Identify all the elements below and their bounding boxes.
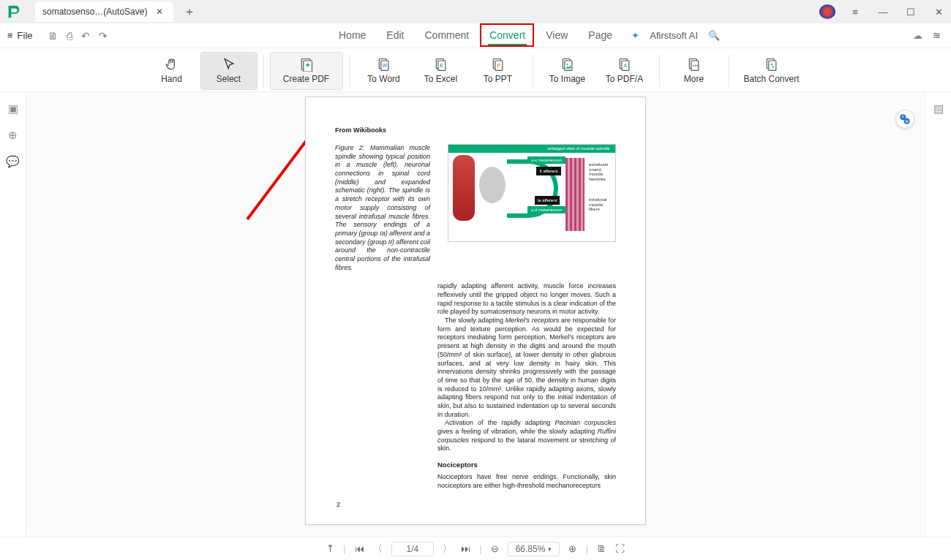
- heading-nociceptors: Nociceptors: [437, 461, 616, 469]
- panel-icon[interactable]: ▤: [933, 102, 944, 116]
- menu-home[interactable]: Home: [337, 26, 367, 45]
- app-logo: [6, 4, 22, 20]
- new-tab-button[interactable]: ＋: [184, 4, 195, 20]
- pdf-page: From Wikibooks Figure 2: Mammalian muscl…: [305, 97, 646, 525]
- word-badge-icon: PW: [899, 113, 911, 125]
- select-tool[interactable]: Select: [200, 52, 258, 90]
- to-excel-icon: E: [434, 57, 448, 72]
- batch-convert-icon: [764, 57, 779, 72]
- more-button[interactable]: More: [666, 52, 723, 90]
- separator: [349, 55, 350, 87]
- hamburger-icon: ≡: [7, 30, 13, 41]
- to-pdfa-icon: A: [617, 57, 632, 72]
- quick-access: 🗎 ⎙ ↶ ↷: [48, 30, 108, 42]
- separator: [263, 55, 264, 87]
- search-icon[interactable]: 🔍: [708, 30, 720, 41]
- comments-icon[interactable]: 💬: [6, 155, 20, 168]
- para3: Activation of the rapidly adapting Pacin…: [437, 419, 616, 453]
- hand-label: Hand: [161, 74, 182, 84]
- workspace: ▣ ⊕ 💬 From Wikibooks Figure 2: Mammalian…: [0, 92, 951, 537]
- prev-page-icon[interactable]: 〈: [373, 542, 383, 556]
- document-canvas[interactable]: From Wikibooks Figure 2: Mammalian muscl…: [26, 92, 925, 537]
- redo-icon[interactable]: ↷: [99, 30, 108, 42]
- save-icon[interactable]: 🗎: [48, 30, 58, 42]
- svg-point-21: [693, 65, 694, 67]
- maximize-icon[interactable]: ☐: [903, 7, 919, 18]
- svg-text:W: W: [382, 63, 387, 68]
- svg-text:P: P: [497, 63, 500, 68]
- thumbnails-icon[interactable]: ▣: [8, 102, 18, 116]
- zoom-in-icon[interactable]: ⊕: [568, 543, 576, 554]
- cursor-icon: [222, 57, 236, 72]
- svg-point-22: [694, 65, 696, 67]
- source-line: From Wikibooks: [335, 126, 616, 134]
- right-sidebar: ▤: [925, 92, 951, 537]
- menu-convert[interactable]: Convert: [488, 26, 527, 45]
- select-label: Select: [217, 74, 241, 84]
- body-text-2: Nociceptors have free nerve endings. Fun…: [437, 473, 616, 490]
- fit-page-icon[interactable]: 🗎: [597, 543, 606, 554]
- para2: The slowly adapting Merkel's receptors a…: [437, 317, 616, 419]
- bookmarks-icon[interactable]: ⊕: [8, 129, 18, 142]
- fit-width-icon[interactable]: ⛶: [615, 543, 625, 554]
- last-page-icon[interactable]: ⏭: [461, 543, 470, 554]
- para1: rapidly adapting afferent activity, musc…: [437, 282, 616, 317]
- more-label: More: [684, 74, 704, 84]
- file-label: File: [18, 30, 33, 41]
- to-excel-button[interactable]: E To Excel: [413, 52, 470, 90]
- hamburger-icon[interactable]: ≡: [847, 7, 863, 18]
- scroll-top-icon[interactable]: ⤒: [326, 543, 334, 554]
- settings-lines-icon[interactable]: ≋: [933, 30, 941, 41]
- first-page-icon[interactable]: ⏮: [355, 543, 364, 554]
- to-image-icon: [560, 57, 575, 72]
- floating-word-button[interactable]: PW: [895, 110, 914, 129]
- batch-convert-label: Batch Convert: [743, 74, 799, 84]
- close-tab-icon[interactable]: ✕: [153, 7, 166, 17]
- chevron-down-icon: ▾: [548, 545, 552, 553]
- zoom-level[interactable]: 66.85%▾: [508, 542, 560, 556]
- svg-text:E: E: [440, 63, 443, 68]
- menu-view[interactable]: View: [544, 26, 569, 45]
- to-word-button[interactable]: W To Word: [356, 52, 413, 90]
- create-pdf-button[interactable]: Create PDF: [270, 52, 343, 90]
- page-number: 2: [337, 501, 340, 508]
- figure-image: II afferent Ia afferent γ-s motoneuron γ…: [448, 144, 616, 242]
- hand-tool[interactable]: Hand: [143, 52, 200, 90]
- ai-star-icon[interactable]: ✦: [631, 30, 639, 41]
- ribbon: Hand Select Create PDF W To Word E To Ex…: [0, 48, 951, 92]
- undo-icon[interactable]: ↶: [81, 30, 90, 42]
- titlebar: somatosenso…(AutoSave) ✕ ＋ ≡ — ☐ ✕: [0, 0, 951, 23]
- menu-comment[interactable]: Comment: [423, 26, 470, 45]
- svg-text:A: A: [623, 63, 627, 68]
- to-image-label: To Image: [549, 74, 585, 84]
- menu-edit[interactable]: Edit: [385, 26, 405, 45]
- menu-page[interactable]: Page: [587, 26, 614, 45]
- to-ppt-button[interactable]: P To PPT: [470, 52, 527, 90]
- svg-point-23: [696, 65, 698, 67]
- minimize-icon[interactable]: —: [875, 7, 891, 18]
- zoom-out-icon[interactable]: ⊖: [491, 543, 499, 554]
- user-avatar[interactable]: [819, 4, 835, 19]
- create-pdf-icon: [299, 57, 314, 72]
- svg-rect-25: [768, 61, 775, 70]
- to-pdfa-button[interactable]: A To PDF/A: [596, 52, 653, 90]
- batch-convert-button[interactable]: Batch Convert: [735, 52, 808, 90]
- to-ppt-icon: P: [491, 57, 505, 72]
- to-image-button[interactable]: To Image: [539, 52, 596, 90]
- page-indicator[interactable]: 1/4: [391, 542, 435, 556]
- statusbar: ⤒ | ⏮ 〈 1/4 〉 ⏭ | ⊖ 66.85%▾ ⊕ | 🗎 ⛶: [0, 537, 951, 560]
- next-page-icon[interactable]: 〉: [443, 542, 452, 556]
- document-tab[interactable]: somatosenso…(AutoSave) ✕: [35, 1, 173, 22]
- left-sidebar: ▣ ⊕ 💬: [0, 92, 26, 537]
- cloud-icon[interactable]: ☁: [913, 30, 922, 41]
- ai-label[interactable]: Afirstsoft AI: [650, 30, 698, 41]
- to-excel-label: To Excel: [424, 74, 457, 84]
- svg-text:P: P: [902, 116, 904, 119]
- close-window-icon[interactable]: ✕: [931, 7, 947, 18]
- svg-rect-14: [564, 61, 571, 70]
- to-pdfa-label: To PDF/A: [606, 74, 643, 84]
- file-menu[interactable]: ≡ File: [0, 30, 40, 41]
- to-ppt-label: To PPT: [484, 74, 512, 84]
- print-icon[interactable]: ⎙: [67, 30, 72, 42]
- separator: [533, 55, 533, 87]
